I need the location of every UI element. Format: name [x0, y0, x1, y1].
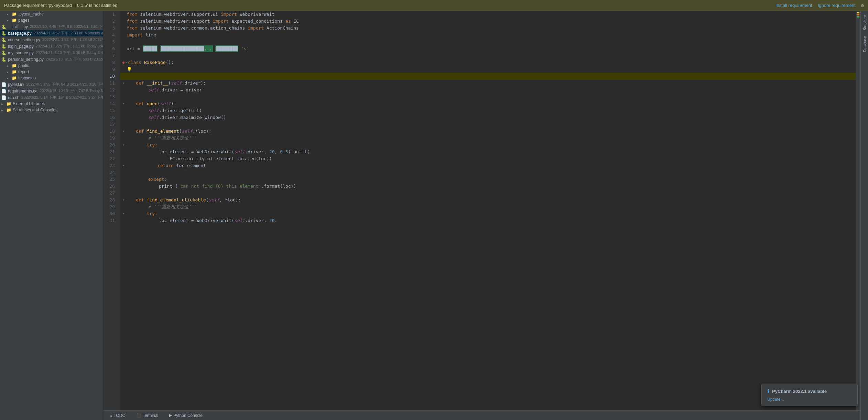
token-kw: def [136, 128, 144, 135]
line-number-21: 21 [103, 148, 118, 155]
bottom-bar: ≡TODO⬛Terminal▶Python Console [103, 410, 860, 420]
token-bl: url = [127, 45, 143, 52]
token-bl: .driver, [245, 148, 269, 155]
ignore-requirement-link[interactable]: Ignore requirement [818, 3, 856, 8]
token-kw: def [136, 100, 144, 107]
line-number-8: 8 [103, 59, 118, 66]
tree-item-course_setting_py[interactable]: 🐍 course_setting.py 2022/3/21, 1:53 下午, … [0, 36, 103, 43]
file-icon: 📄 [1, 82, 7, 87]
token-slf: self [234, 148, 245, 155]
fold-btn[interactable]: ▾ [122, 197, 124, 203]
tree-item-report[interactable]: ▸ 📁 report [0, 69, 103, 75]
token-kw: import [248, 25, 264, 32]
line-number-6: 6 [103, 45, 118, 52]
tree-arrow: ▸ [1, 108, 6, 112]
py-icon: 🐍 [1, 31, 7, 36]
token-num: 20 [269, 148, 275, 155]
token-bl: time [143, 32, 156, 38]
token-bl: EC [291, 18, 299, 25]
url-highlight: ████████████████... [160, 45, 213, 52]
token-slf: self [148, 114, 159, 121]
popup-header: ℹ PyCharm 2022.1 available [767, 388, 852, 395]
fold-btn[interactable]: ▾ [125, 59, 127, 66]
line-number-15: 15 [103, 107, 118, 114]
tree-item-pages[interactable]: ▾ 📁 pages [0, 17, 103, 23]
tree-item-label: External Libraries [13, 101, 45, 106]
tree-arrow: ▸ [7, 12, 12, 16]
tree-item-external_libraries[interactable]: ▸ 📁 External Libraries [0, 101, 103, 107]
settings-icon[interactable]: ⚙ [861, 3, 864, 8]
py-icon: 🐍 [1, 51, 7, 55]
tree-item-testcases[interactable]: ▸ 📁 testcases [0, 75, 103, 81]
notification-bar: Package requirement 'pykeyboard==0.1.5' … [0, 0, 868, 11]
tree-item-login_page_py[interactable]: 🐍 login_page.py 2022/4/21, 5:28 下午, 1.11… [0, 43, 103, 49]
notification-text: Package requirement 'pykeyboard==0.1.5' … [4, 3, 771, 8]
lightbulb-icon[interactable]: 💡 [127, 66, 132, 73]
line-number-11: 11 [103, 80, 118, 87]
file-meta: 2022/4/21, 4:57 下午, 2.83 kB Moments ago [34, 31, 103, 36]
tree-item-init_py[interactable]: 🐍 __init__.py 2022/3/10, 4:48 下午, 0 B 20… [0, 23, 103, 30]
line-number-27: 27 [103, 190, 118, 197]
tree-item-public[interactable]: ▸ 📁 public [0, 63, 103, 69]
code-line-4: import time [120, 32, 856, 38]
token-bl: .driver = driver [159, 87, 202, 93]
tree-item-my_source_py[interactable]: 🐍 my_source.py 2022/4/21, 5:10 下午, 3.05 … [0, 49, 103, 56]
database-panel-tab[interactable]: Database [862, 33, 867, 55]
token-bl [144, 197, 147, 203]
line-numbers: 1234567891011121314151617181920212223242… [103, 11, 120, 410]
code-editor[interactable]: from selenium.webdriver.support.ui impor… [120, 11, 856, 410]
bottom-tab-label: Python Console [173, 413, 203, 418]
token-kw: import [127, 32, 143, 38]
file-meta: 2022/4/21, 5:10 下午, 3.05 kB Today 3:40 T [36, 50, 103, 55]
tree-item-run_sh[interactable]: 📄 run.sh 2022/3/22, 5:14 下午, 164 B 2022/… [0, 94, 103, 101]
token-bl [125, 197, 136, 203]
code-line-30: ▾ try: [120, 210, 856, 217]
url-highlight: █████ [143, 45, 158, 52]
folder-icon: 📁 [12, 76, 17, 80]
tree-item-pytest_ini[interactable]: 📄 pytest.ini 2022/4/7, 3:59 下午, 84 B 202… [0, 81, 103, 88]
code-line-18: ▾ def find_element(self,*loc): [120, 128, 856, 135]
breakpoint[interactable]: ● [122, 59, 124, 66]
bottom-tab-todo[interactable]: ≡TODO [107, 412, 128, 419]
code-line-1: from selenium.webdriver.support.ui impor… [120, 11, 856, 18]
fold-btn[interactable]: ▾ [122, 80, 124, 87]
token-bl [144, 100, 147, 107]
tree-item-pytest_cache[interactable]: ▸ 📁 .pytest_cache [0, 11, 103, 17]
token-kw: class [128, 59, 141, 66]
token-bl: .driver.maximize_window() [159, 114, 226, 121]
token-bl: loc_element = WebDriverWait( [127, 148, 234, 155]
tree-item-scratches[interactable]: ▸ 📁 Scratches and Consoles [0, 107, 103, 113]
line-number-29: 29 [103, 203, 118, 210]
fold-btn[interactable]: ▾ [122, 162, 124, 169]
fold-btn[interactable]: ▾ [122, 210, 124, 217]
right-panels: Structure Database [860, 11, 868, 420]
file-meta: 2022/3/22, 5:14 下午, 164 B 2022/4/21, 3:2… [21, 95, 103, 100]
fold-btn[interactable]: ▾ [122, 128, 124, 135]
popup-title: PyCharm 2022.1 available [772, 389, 827, 394]
bottom-tab-python-console[interactable]: ▶Python Console [166, 412, 205, 419]
line-number-30: 30 [103, 210, 118, 217]
update-link[interactable]: Update... [767, 397, 784, 402]
token-kw: def [136, 80, 144, 87]
token-bl [127, 114, 148, 121]
line-number-18: 18 [103, 128, 118, 135]
tree-item-basepage_py[interactable]: 🐍 basepage.py 2022/4/21, 4:57 下午, 2.83 k… [0, 30, 103, 36]
file-meta: 2022/3/10, 4:48 下午, 0 B 2022/4/1, 6:51 下… [30, 24, 103, 29]
py-icon: 🐍 [1, 57, 7, 62]
tree-item-label: course_setting.py [8, 37, 40, 42]
bottom-tab-terminal[interactable]: ⬛Terminal [134, 412, 161, 419]
tree-item-personal_setting_py[interactable]: 🐍 personal_setting.py 2022/3/18, 6:15 下午… [0, 56, 103, 63]
token-bl: ActionChains [264, 25, 299, 32]
structure-panel-tab[interactable]: Structure [862, 12, 867, 33]
code-line-12: self.driver = driver [120, 87, 856, 93]
token-bl: ,driver): [182, 80, 206, 87]
fold-btn[interactable]: ▾ [122, 142, 124, 148]
tree-item-requirements_txt[interactable]: 📄 requirements.txt 2022/4/18, 10:13 上午, … [0, 88, 103, 94]
line-number-12: 12 [103, 87, 118, 93]
install-requirement-link[interactable]: Install requirement [775, 3, 812, 8]
line-number-25: 25 [103, 176, 118, 183]
notification-actions: Install requirement Ignore requirement ⚙ [775, 3, 864, 8]
code-line-29: # '''重新相关定位''' [120, 203, 856, 210]
token-num: 0.5 [280, 148, 288, 155]
fold-btn[interactable]: ▾ [122, 100, 124, 107]
